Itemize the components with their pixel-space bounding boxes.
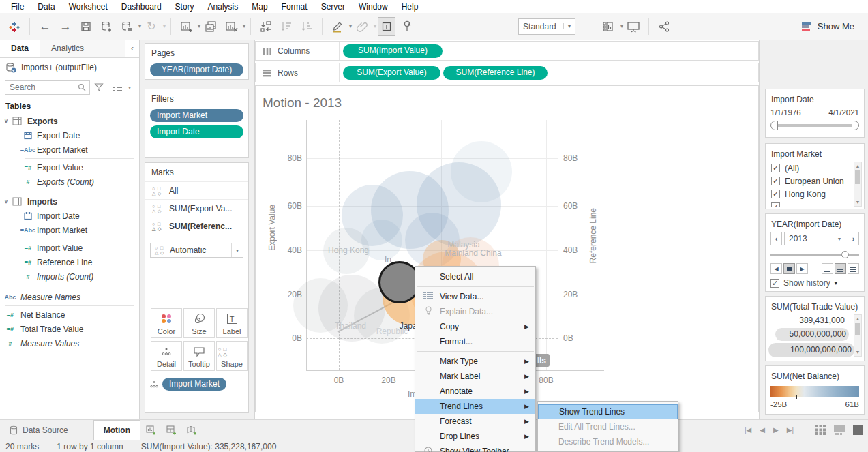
scroll-down-icon[interactable]: ▼: [854, 348, 861, 356]
show-history-caret-icon[interactable]: ▾: [835, 280, 837, 286]
shape-button[interactable]: ○□△◇ Shape: [216, 341, 248, 371]
submenu-item-edit-all-trend-lines[interactable]: Edit All Trend Lines...: [538, 419, 678, 434]
marks-row-all[interactable]: ○□△◇ All: [145, 181, 248, 199]
last-sheet-icon[interactable]: ▶|: [787, 426, 794, 434]
tooltip-button[interactable]: Tooltip: [183, 341, 215, 371]
previous-page-icon[interactable]: ‹: [770, 232, 782, 245]
new-data-source-icon[interactable]: [98, 17, 115, 36]
field-import-date[interactable]: Import Date: [0, 209, 139, 223]
field-measure-values[interactable]: # Measure Values: [0, 336, 139, 350]
filter-option-clipped[interactable]: ✓: [766, 200, 864, 207]
new-worksheet-tab-icon[interactable]: [140, 420, 161, 440]
field-exports-count[interactable]: # Exports (Count): [0, 175, 139, 189]
submenu-item-describe-trend-models[interactable]: Describe Trend Models...: [538, 434, 678, 449]
field-export-market[interactable]: =Abc Export Market: [0, 142, 139, 157]
filmstrip-view-icon[interactable]: [834, 425, 845, 435]
menu-map[interactable]: Map: [245, 2, 274, 12]
paperclip-icon[interactable]: [353, 17, 371, 36]
checkbox-checked-icon[interactable]: ✓: [771, 177, 780, 185]
menu-item-view-data[interactable]: View Data...: [415, 289, 535, 304]
tab-motion[interactable]: Motion: [93, 420, 140, 440]
view-mode-select[interactable]: Standard ▾: [518, 18, 575, 35]
detail-button[interactable]: Detail: [151, 341, 182, 371]
tab-data-source[interactable]: Data Source: [0, 420, 78, 440]
speed-slow-icon[interactable]: [822, 263, 833, 274]
field-export-date[interactable]: Export Date: [0, 128, 139, 142]
scrollbar[interactable]: ▲ ▼: [854, 162, 862, 207]
refresh-caret-icon[interactable]: ▾: [163, 23, 166, 29]
menu-item-forecast[interactable]: Forecast▶: [415, 414, 535, 429]
field-measure-names[interactable]: Abc Measure Names: [0, 290, 139, 304]
refresh-icon[interactable]: ↻: [143, 17, 160, 36]
filter-option-all[interactable]: ✓ (All): [766, 162, 864, 175]
highlight-icon[interactable]: [329, 17, 346, 36]
menu-help[interactable]: Help: [395, 2, 425, 12]
field-reference-line[interactable]: =# Reference Line: [0, 255, 139, 269]
field-total-trade-value[interactable]: =# Total Trade Value: [0, 322, 139, 336]
search-box[interactable]: [5, 80, 90, 95]
table-group-exports[interactable]: ∨ Exports: [0, 114, 139, 128]
color-gradient-bar[interactable]: [770, 386, 859, 397]
menu-dashboard[interactable]: Dashboard: [115, 2, 168, 12]
next-sheet-icon[interactable]: ▶: [773, 426, 779, 434]
menu-item-trend-lines[interactable]: Trend Lines▶: [415, 399, 535, 414]
year-slider[interactable]: [770, 250, 859, 260]
field-net-balance[interactable]: =# Net Balance: [0, 307, 139, 322]
color-button[interactable]: Color: [151, 308, 182, 338]
datasource-row[interactable]: Imports+ (outputFile): [0, 58, 139, 77]
show-me-button[interactable]: Show Me: [802, 21, 864, 32]
menu-item-format[interactable]: Format...: [415, 334, 535, 349]
field-import-value[interactable]: =# Import Value: [0, 241, 139, 255]
field-imports-count[interactable]: # Imports (Count): [0, 269, 139, 284]
share-icon[interactable]: [655, 17, 673, 36]
speed-medium-icon[interactable]: [835, 263, 846, 274]
pill-sum-reference-line[interactable]: SUM(Reference Line): [443, 66, 548, 80]
scroll-up-icon[interactable]: ▲: [854, 315, 861, 322]
filter-option-european-union[interactable]: ✓ European Union: [766, 175, 864, 187]
menu-server[interactable]: Server: [314, 2, 352, 12]
filter-fields-icon[interactable]: [94, 82, 104, 92]
swap-rows-columns-icon[interactable]: [257, 17, 275, 36]
label-button[interactable]: T Label: [216, 308, 248, 338]
menu-file[interactable]: File: [4, 2, 31, 12]
year-dropdown[interactable]: 2013 ▾: [784, 232, 845, 245]
previous-sheet-icon[interactable]: ◀: [760, 426, 765, 434]
filter-pill-import-market[interactable]: Import Market: [150, 109, 243, 122]
view-options-icon[interactable]: [113, 83, 123, 92]
speed-fast-icon[interactable]: [848, 263, 859, 274]
mark-type-caret-icon[interactable]: ▾: [231, 243, 243, 257]
save-icon[interactable]: [77, 17, 95, 36]
play-backward-icon[interactable]: ◀: [770, 263, 782, 274]
play-forward-icon[interactable]: ▶: [796, 263, 808, 274]
checkbox-checked-icon[interactable]: ✓: [771, 202, 780, 207]
new-worksheet-icon[interactable]: [177, 17, 195, 36]
new-worksheet-caret-icon[interactable]: ▾: [198, 23, 200, 29]
new-dashboard-tab-icon[interactable]: [161, 420, 181, 440]
field-export-value[interactable]: =# Export Value: [0, 160, 139, 175]
menu-data[interactable]: Data: [31, 2, 61, 12]
checkbox-checked-icon[interactable]: ✓: [771, 164, 780, 172]
menu-window[interactable]: Window: [352, 2, 395, 12]
first-sheet-icon[interactable]: |◀: [745, 426, 751, 434]
date-range-slider[interactable]: [770, 119, 859, 132]
paperclip-caret-icon[interactable]: ▾: [374, 23, 376, 29]
menu-item-explain-data[interactable]: Explain Data...: [415, 304, 535, 319]
view-options-caret-icon[interactable]: ▾: [128, 85, 131, 91]
sort-ascending-icon[interactable]: [278, 17, 295, 36]
next-page-icon[interactable]: ›: [848, 232, 859, 245]
collapse-caret-icon[interactable]: ∨: [0, 118, 12, 124]
tab-analytics[interactable]: Analytics: [40, 40, 125, 57]
undo-icon[interactable]: ←: [36, 17, 54, 36]
scroll-down-icon[interactable]: ▼: [854, 198, 861, 206]
menu-item-show-view-toolbar[interactable]: Show View Toolbar: [415, 444, 535, 452]
menu-item-mark-label[interactable]: Mark Label▶: [415, 369, 535, 384]
scroll-up-icon[interactable]: ▲: [854, 162, 861, 170]
pause-auto-updates-icon[interactable]: [118, 17, 136, 36]
marks-row-reference-line[interactable]: ○□△◇ SUM(Referenc...: [145, 217, 248, 235]
menu-worksheet[interactable]: Worksheet: [62, 2, 115, 12]
collapse-pane-icon[interactable]: ‹: [125, 40, 139, 57]
new-story-tab-icon[interactable]: [181, 420, 202, 440]
checkbox-checked-icon[interactable]: ✓: [771, 190, 780, 198]
detail-pill-import-market[interactable]: Import Market: [162, 378, 226, 391]
show-history-checkbox[interactable]: ✓: [770, 279, 779, 288]
